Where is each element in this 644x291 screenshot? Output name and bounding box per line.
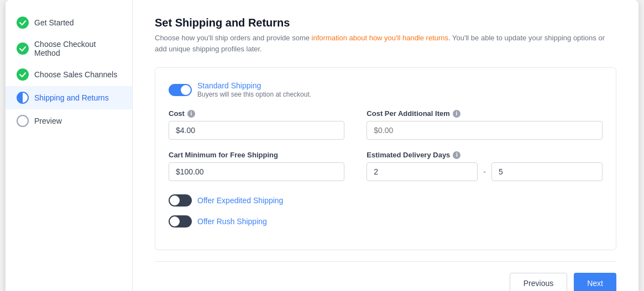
page-description: Choose how you'll ship orders and provid… xyxy=(155,33,616,54)
delivery-range: - xyxy=(366,162,603,181)
step-icon-checkout-method xyxy=(17,43,29,55)
sidebar-item-shipping-returns[interactable]: Shipping and Returns xyxy=(6,86,132,109)
cost-per-additional-label: Cost Per Additional Item i xyxy=(366,109,603,118)
standard-shipping-sub: Buyers will see this option at checkout. xyxy=(197,91,311,98)
expedited-shipping-row: Offer Expedited Shipping xyxy=(169,194,603,207)
cost-info-icon[interactable]: i xyxy=(187,110,195,118)
delivery-from-input[interactable] xyxy=(366,162,478,181)
cost-per-additional-group: Cost Per Additional Item i xyxy=(366,109,603,140)
desc-link[interactable]: information about how you'll handle retu… xyxy=(312,34,448,42)
standard-shipping-info: Standard Shipping Buyers will see this o… xyxy=(197,81,311,98)
standard-shipping-row: Standard Shipping Buyers will see this o… xyxy=(169,81,603,98)
rush-shipping-toggle[interactable] xyxy=(169,215,192,227)
sidebar-item-sales-channels[interactable]: Choose Sales Channels xyxy=(6,63,132,86)
cart-minimum-input[interactable] xyxy=(169,162,344,181)
estimated-delivery-group: Estimated Delivery Days i - xyxy=(366,151,603,181)
rush-shipping-label: Offer Rush Shipping xyxy=(197,217,267,226)
step-icon-shipping-returns xyxy=(17,92,29,104)
sidebar-item-shipping-label: Shipping and Returns xyxy=(34,93,109,102)
step-icon-sales-channels xyxy=(17,68,29,81)
sidebar-item-get-started[interactable]: Get Started xyxy=(6,11,132,34)
footer: Previous Next xyxy=(155,261,616,291)
sidebar: Get Started Choose Checkout Method Choos… xyxy=(6,0,133,291)
cost-input[interactable] xyxy=(169,121,344,140)
rush-shipping-row: Offer Rush Shipping xyxy=(169,215,603,227)
cost-per-additional-input[interactable] xyxy=(366,121,603,140)
expedited-shipping-toggle[interactable] xyxy=(169,194,192,207)
cost-group: Cost i xyxy=(169,109,344,140)
next-button[interactable]: Next xyxy=(574,273,616,291)
cart-minimum-group: Cart Minimum for Free Shipping xyxy=(169,151,344,181)
sidebar-item-get-started-label: Get Started xyxy=(34,18,74,27)
standard-shipping-toggle[interactable] xyxy=(169,84,192,96)
previous-button[interactable]: Previous xyxy=(510,273,567,291)
delivery-to-input[interactable] xyxy=(491,162,603,181)
toggle-knob xyxy=(181,85,191,95)
sidebar-item-preview-label: Preview xyxy=(34,117,62,125)
sidebar-item-checkout-label: Choose Checkout Method xyxy=(34,40,121,57)
estimated-delivery-label: Estimated Delivery Days i xyxy=(366,151,603,159)
step-icon-preview xyxy=(17,115,29,127)
expedited-toggle-knob xyxy=(170,195,180,205)
main-content: Set Shipping and Returns Choose how you'… xyxy=(133,0,638,291)
expedited-shipping-label: Offer Expedited Shipping xyxy=(197,196,283,205)
range-dash: - xyxy=(483,167,486,176)
form-grid: Cost i Cost Per Additional Item i Cart M… xyxy=(169,109,603,181)
standard-shipping-label: Standard Shipping xyxy=(197,81,311,90)
sidebar-item-checkout-method[interactable]: Choose Checkout Method xyxy=(6,34,132,63)
cart-minimum-label: Cart Minimum for Free Shipping xyxy=(169,151,344,159)
sidebar-item-preview[interactable]: Preview xyxy=(6,109,132,133)
app-window: Get Started Choose Checkout Method Choos… xyxy=(6,0,638,291)
shipping-card: Standard Shipping Buyers will see this o… xyxy=(155,67,616,250)
step-icon-get-started xyxy=(17,17,29,29)
rush-toggle-knob xyxy=(170,216,180,226)
page-title: Set Shipping and Returns xyxy=(155,17,616,29)
cost-label: Cost i xyxy=(169,109,344,118)
estimated-delivery-info-icon[interactable]: i xyxy=(453,151,460,159)
cost-per-additional-info-icon[interactable]: i xyxy=(453,110,460,118)
sidebar-item-sales-channels-label: Choose Sales Channels xyxy=(34,70,117,79)
